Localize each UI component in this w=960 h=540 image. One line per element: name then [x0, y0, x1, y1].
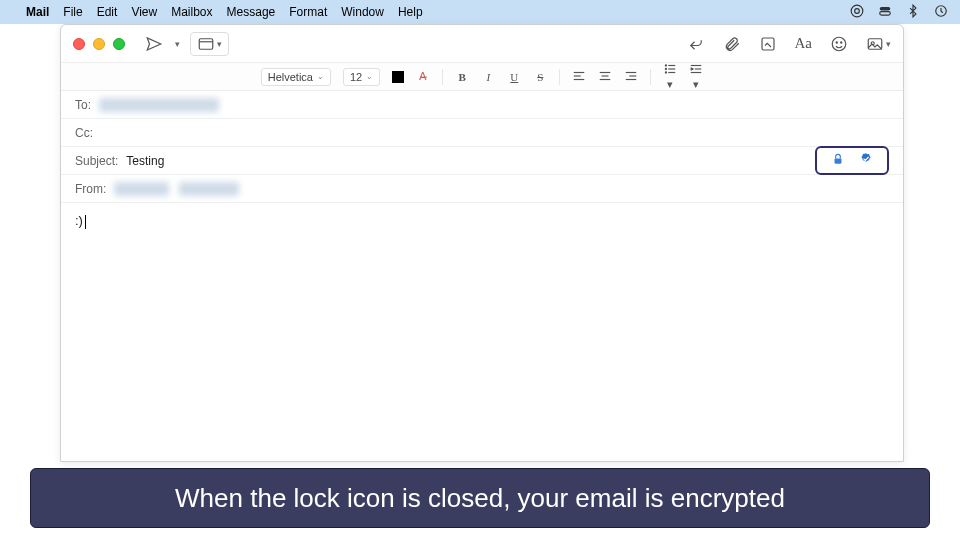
italic-button[interactable]: I	[481, 71, 495, 83]
reply-button[interactable]	[687, 35, 705, 53]
cc-field-row[interactable]: Cc:	[61, 119, 903, 147]
window-titlebar: ▾ ▾ Aa ▾	[61, 25, 903, 63]
attach-button[interactable]	[723, 35, 741, 53]
caption-text: When the lock icon is closed, your email…	[175, 483, 785, 514]
send-dropdown[interactable]: ▾	[175, 39, 180, 49]
header-fields: To: Cc: Subject: Testing From:	[61, 91, 903, 203]
svg-rect-2	[880, 6, 891, 9]
markup-button[interactable]	[759, 35, 777, 53]
underline-button[interactable]: U	[507, 71, 521, 83]
menu-format[interactable]: Format	[289, 5, 327, 19]
header-fields-button[interactable]: ▾	[190, 32, 229, 56]
compose-window: ▾ ▾ Aa ▾	[60, 24, 904, 462]
bold-button[interactable]: B	[455, 71, 469, 83]
font-size-value: 12	[350, 71, 362, 83]
mac-menubar: Mail File Edit View Mailbox Message Form…	[0, 0, 960, 24]
menu-message[interactable]: Message	[227, 5, 276, 19]
to-field-row[interactable]: To:	[61, 91, 903, 119]
subject-field-row: Subject: Testing	[61, 147, 903, 175]
format-button[interactable]: Aa	[795, 35, 813, 52]
font-size-select[interactable]: 12 ⌄	[343, 68, 380, 86]
send-button[interactable]	[145, 35, 163, 53]
from-email-redacted	[179, 182, 239, 196]
svg-rect-3	[880, 11, 891, 14]
menu-edit[interactable]: Edit	[97, 5, 118, 19]
caption-bar: When the lock icon is closed, your email…	[30, 468, 930, 528]
traffic-lights	[73, 38, 125, 50]
font-family-select[interactable]: Helvetica ⌄	[261, 68, 331, 86]
minimize-button[interactable]	[93, 38, 105, 50]
menu-mailbox[interactable]: Mailbox	[171, 5, 212, 19]
clock-icon[interactable]	[934, 4, 948, 21]
to-label: To:	[75, 98, 91, 112]
align-center-icon[interactable]	[598, 69, 612, 85]
from-name-redacted	[114, 182, 169, 196]
svg-point-1	[855, 8, 860, 13]
zoom-button[interactable]	[113, 38, 125, 50]
indent-icon[interactable]: ▾	[689, 62, 703, 91]
menu-view[interactable]: View	[131, 5, 157, 19]
from-field-row[interactable]: From:	[61, 175, 903, 203]
align-left-icon[interactable]	[572, 69, 586, 85]
svg-point-26	[666, 72, 667, 73]
svg-rect-31	[835, 158, 842, 163]
svg-point-24	[666, 68, 667, 69]
text-cursor	[85, 215, 86, 229]
body-text: :)	[75, 213, 83, 228]
encryption-indicator-box	[815, 146, 889, 175]
svg-point-10	[841, 41, 842, 42]
emoji-button[interactable]	[830, 35, 848, 53]
svg-point-9	[836, 41, 837, 42]
align-right-icon[interactable]	[624, 69, 638, 85]
svg-rect-5	[199, 38, 213, 49]
at-icon[interactable]	[850, 4, 864, 21]
lock-icon[interactable]	[831, 152, 845, 169]
bluetooth-icon[interactable]	[906, 4, 920, 21]
control-center-icon[interactable]	[878, 4, 892, 21]
menu-help[interactable]: Help	[398, 5, 423, 19]
app-menu[interactable]: Mail	[26, 5, 49, 19]
format-toolbar: Helvetica ⌄ 12 ⌄ A̶ B I U S ▾ ▾	[61, 63, 903, 91]
svg-point-22	[666, 65, 667, 66]
message-body[interactable]: :)	[61, 203, 903, 461]
strike-button[interactable]: S	[533, 71, 547, 83]
from-label: From:	[75, 182, 106, 196]
clear-format-icon[interactable]: A̶	[416, 70, 430, 83]
close-button[interactable]	[73, 38, 85, 50]
media-button[interactable]: ▾	[866, 35, 891, 53]
menu-file[interactable]: File	[63, 5, 82, 19]
color-swatch[interactable]	[392, 71, 404, 83]
subject-label: Subject:	[75, 154, 118, 168]
svg-point-0	[851, 5, 863, 17]
list-icon[interactable]: ▾	[663, 62, 677, 91]
to-recipient-redacted	[99, 98, 219, 112]
subject-value[interactable]: Testing	[126, 154, 164, 168]
signed-check-icon[interactable]	[859, 152, 873, 169]
svg-point-8	[832, 37, 846, 51]
cc-label: Cc:	[75, 126, 93, 140]
font-family-value: Helvetica	[268, 71, 313, 83]
menu-window[interactable]: Window	[341, 5, 384, 19]
